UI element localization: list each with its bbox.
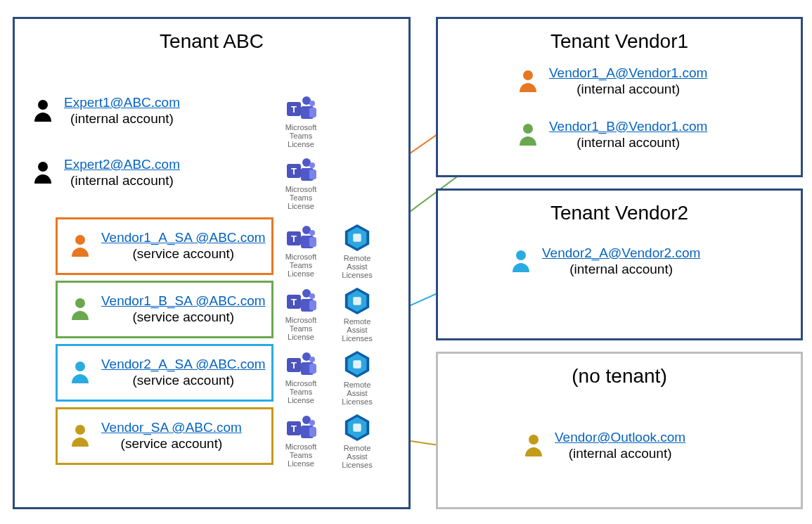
- svg-point-29: [309, 293, 315, 299]
- person-icon: [32, 160, 54, 186]
- user-sub-label: (service account): [121, 436, 223, 451]
- remote-assist-icon: [343, 413, 371, 442]
- teams-license-1: T Microsoft TeamsLicense: [276, 95, 326, 148]
- teams-license-5: T Microsoft TeamsLicense: [276, 351, 326, 404]
- remote-license-4: Remote AssistLicenses: [333, 286, 382, 343]
- remote-license-label: Remote AssistLicenses: [333, 254, 382, 279]
- sa-vendor1a-box: Vendor1_A_SA @ABC.com (service account): [56, 217, 273, 275]
- teams-icon: T: [285, 414, 316, 441]
- user-email-link[interactable]: Vendor@Outlook.com: [555, 430, 685, 445]
- svg-text:T: T: [291, 166, 297, 177]
- user-sub-label: (service account): [133, 246, 235, 261]
- tenant-abc-title: Tenant ABC: [15, 30, 408, 53]
- svg-text:T: T: [291, 423, 297, 434]
- user-sub-label: (internal account): [70, 111, 174, 126]
- svg-point-8: [75, 362, 85, 371]
- remote-license-6: Remote AssistLicenses: [333, 413, 382, 469]
- user-sub-label: (internal account): [70, 173, 174, 188]
- teams-icon: T: [285, 157, 316, 184]
- svg-point-60: [516, 250, 526, 260]
- person-icon: [517, 68, 539, 95]
- person-icon: [522, 433, 545, 459]
- sa-vendor-box: Vendor_SA @ABC.com (service account): [56, 407, 273, 465]
- teams-license-label: Microsoft TeamsLicense: [276, 185, 326, 210]
- svg-point-23: [309, 230, 315, 236]
- user-email-link[interactable]: Vendor1_A_SA @ABC.com: [101, 230, 266, 245]
- teams-icon: T: [285, 224, 316, 251]
- no-tenant-box: (no tenant) Vendor@Outlook.com (internal…: [436, 352, 803, 509]
- teams-icon: T: [285, 95, 316, 122]
- svg-point-35: [309, 357, 315, 362]
- vendor2a-user: Vendor2_A@Vendor2.com (internal account): [493, 245, 700, 278]
- svg-rect-57: [353, 423, 361, 431]
- person-icon: [69, 423, 91, 449]
- svg-point-41: [309, 420, 315, 426]
- user-email-link[interactable]: Vendor1_A@Vendor1.com: [549, 65, 707, 80]
- user-sub-label: (internal account): [576, 82, 680, 96]
- remote-license-label: Remote AssistLicenses: [333, 317, 382, 343]
- user-email-link[interactable]: Expert1@ABC.com: [64, 95, 180, 110]
- teams-icon: T: [285, 351, 316, 378]
- tenant-abc-box: Tenant ABC Expert1@ABC.com (internal acc…: [13, 17, 411, 509]
- remote-assist-icon: [343, 223, 371, 253]
- svg-point-4: [38, 100, 48, 110]
- user-expert2: Expert2@ABC.com (internal account): [15, 157, 180, 189]
- user-sub-label: (service account): [133, 373, 235, 388]
- teams-icon: T: [285, 288, 316, 314]
- svg-point-7: [75, 298, 85, 308]
- remote-assist-icon: [343, 350, 371, 379]
- svg-rect-54: [353, 360, 361, 368]
- svg-rect-19: [309, 170, 316, 179]
- tenant-vendor1-box: Tenant Vendor1 Vendor1_A@Vendor1.com (in…: [436, 17, 803, 177]
- remote-license-3: Remote AssistLicenses: [333, 223, 382, 279]
- svg-text:T: T: [291, 297, 297, 307]
- user-email-link[interactable]: Vendor1_B_SA @ABC.com: [101, 293, 266, 308]
- teams-license-3: T Microsoft TeamsLicense: [276, 224, 326, 278]
- teams-license-4: T Microsoft TeamsLicense: [276, 288, 326, 341]
- teams-license-label: Microsoft TeamsLicense: [276, 123, 326, 148]
- person-icon: [69, 359, 91, 386]
- svg-point-9: [75, 425, 85, 435]
- svg-rect-48: [353, 234, 361, 241]
- svg-rect-43: [309, 427, 316, 437]
- svg-rect-37: [309, 364, 316, 373]
- user-sub-label: (internal account): [569, 262, 673, 276]
- user-email-link[interactable]: Vendor2_A_SA @ABC.com: [101, 357, 266, 371]
- user-expert1: Expert1@ABC.com (internal account): [15, 95, 180, 127]
- teams-license-label: Microsoft TeamsLicense: [276, 442, 326, 468]
- person-icon: [517, 122, 539, 148]
- svg-point-59: [523, 124, 533, 134]
- person-icon: [69, 233, 91, 260]
- svg-point-5: [38, 162, 48, 172]
- user-email-link[interactable]: Vendor1_B@Vendor1.com: [549, 119, 707, 134]
- user-email-link[interactable]: Vendor_SA @ABC.com: [101, 420, 242, 435]
- svg-rect-25: [309, 237, 316, 247]
- person-icon: [69, 296, 91, 323]
- svg-point-11: [309, 101, 315, 106]
- svg-point-61: [529, 435, 539, 445]
- svg-text:T: T: [291, 234, 297, 244]
- remote-license-label: Remote AssistLicenses: [333, 381, 382, 406]
- user-sub-label: (internal account): [569, 446, 672, 461]
- user-email-link[interactable]: Expert2@ABC.com: [64, 157, 180, 172]
- teams-license-6: T Microsoft TeamsLicense: [276, 414, 326, 468]
- svg-rect-31: [309, 300, 316, 310]
- user-email-link[interactable]: Vendor2_A@Vendor2.com: [542, 245, 700, 260]
- teams-license-label: Microsoft TeamsLicense: [276, 379, 326, 404]
- tenant-vendor2-title: Tenant Vendor2: [438, 202, 801, 224]
- vendor-outlook-user: Vendor@Outlook.com (internal account): [505, 430, 685, 462]
- person-icon: [510, 248, 532, 275]
- svg-rect-13: [309, 108, 316, 117]
- tenant-vendor1-title: Tenant Vendor1: [438, 30, 801, 53]
- svg-rect-51: [353, 297, 361, 305]
- teams-license-label: Microsoft TeamsLicense: [276, 316, 326, 341]
- sa-vendor1b-box: Vendor1_B_SA @ABC.com (service account): [56, 281, 273, 338]
- remote-license-label: Remote AssistLicenses: [333, 444, 382, 469]
- no-tenant-title: (no tenant): [438, 365, 801, 388]
- vendor1b-user: Vendor1_B@Vendor1.com (internal account): [500, 119, 707, 151]
- user-sub-label: (internal account): [576, 135, 680, 150]
- svg-point-58: [523, 70, 533, 80]
- teams-license-2: T Microsoft TeamsLicense: [276, 157, 326, 210]
- svg-point-17: [309, 162, 315, 168]
- tenant-vendor2-box: Tenant Vendor2 Vendor2_A@Vendor2.com (in…: [436, 188, 803, 340]
